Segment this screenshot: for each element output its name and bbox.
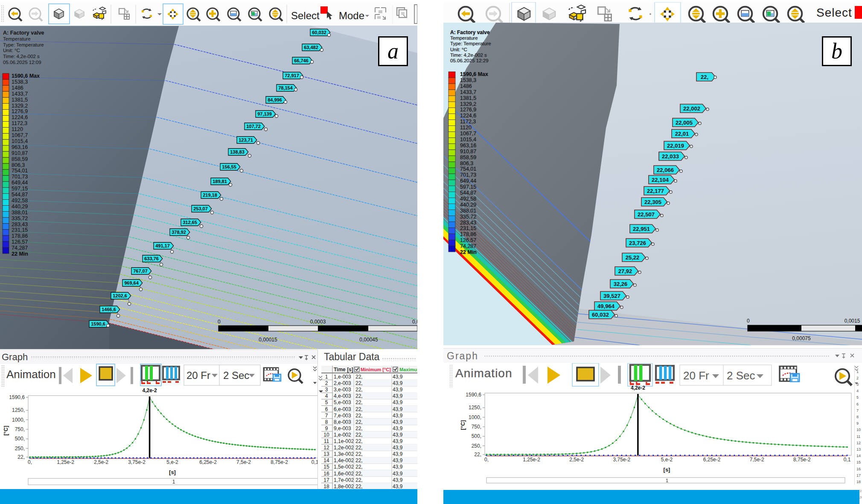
svg-text:39,527: 39,527 — [603, 293, 620, 299]
svg-text:750,: 750, — [472, 424, 481, 430]
svg-text:[s]: [s] — [664, 466, 670, 473]
svg-text:910,87: 910,87 — [460, 149, 476, 154]
svg-text:1433,7: 1433,7 — [460, 89, 476, 95]
svg-text:22,033: 22,033 — [662, 153, 679, 160]
svg-text:[°C]: [°C] — [460, 420, 466, 430]
svg-text:43,9: 43,9 — [393, 432, 403, 438]
svg-text:1276,9: 1276,9 — [460, 107, 476, 113]
svg-text:4: 4 — [325, 393, 328, 399]
svg-text:1,3e-002: 1,3e-002 — [334, 451, 354, 457]
svg-text:1,1e-002: 1,1e-002 — [334, 438, 354, 444]
svg-text:3: 3 — [325, 387, 328, 393]
svg-text:597,15: 597,15 — [460, 184, 476, 190]
svg-text:43,9: 43,9 — [393, 425, 403, 431]
svg-text:0,00015: 0,00015 — [259, 337, 277, 343]
svg-text:1015,4: 1015,4 — [460, 137, 476, 143]
svg-text:1486: 1486 — [460, 83, 472, 89]
svg-text:1590,6: 1590,6 — [91, 321, 105, 326]
svg-text:3,e-003: 3,e-003 — [334, 387, 351, 393]
svg-text:1,25e-2: 1,25e-2 — [57, 459, 74, 465]
svg-text:14: 14 — [323, 457, 329, 463]
svg-text:7,5e-2: 7,5e-2 — [750, 457, 764, 463]
svg-text:Mode: Mode — [339, 10, 364, 21]
svg-text:13: 13 — [323, 451, 329, 457]
svg-text:0,: 0, — [28, 459, 32, 465]
svg-text:22,019: 22,019 — [667, 143, 684, 149]
svg-text:22,: 22, — [355, 432, 363, 438]
svg-text:10: 10 — [323, 432, 329, 438]
svg-text:440,29: 440,29 — [460, 202, 476, 208]
svg-text:8,75e-2: 8,75e-2 — [793, 457, 811, 463]
svg-text:335,72: 335,72 — [460, 214, 476, 220]
svg-text:43,9: 43,9 — [393, 464, 403, 470]
svg-text:22,: 22, — [355, 425, 363, 431]
svg-text:22,177: 22,177 — [647, 188, 664, 194]
svg-text:0,0003: 0,0003 — [310, 319, 326, 325]
svg-text:6,e-003: 6,e-003 — [334, 406, 351, 412]
svg-text:6: 6 — [325, 406, 328, 412]
svg-text:7,5e-2: 7,5e-2 — [236, 459, 251, 465]
svg-text:Minimum [°C]: Minimum [°C] — [361, 367, 391, 372]
svg-text:27,92: 27,92 — [618, 268, 632, 274]
svg-text:22,: 22, — [355, 393, 363, 399]
svg-text:23,726: 23,726 — [629, 240, 646, 246]
svg-text:60,032: 60,032 — [592, 312, 609, 318]
svg-text:1,8e-002: 1,8e-002 — [334, 484, 354, 489]
svg-text:544,87: 544,87 — [460, 190, 476, 196]
svg-text:[s]: [s] — [169, 469, 176, 475]
svg-text:0,1: 0,1 — [312, 459, 317, 465]
svg-text:60,032: 60,032 — [312, 30, 326, 35]
svg-text:312,65: 312,65 — [183, 220, 197, 225]
svg-text:6,25e-2: 6,25e-2 — [703, 457, 721, 463]
svg-text:22,002: 22,002 — [683, 105, 700, 112]
svg-text:22,951: 22,951 — [633, 226, 650, 232]
svg-text:1: 1 — [172, 479, 175, 485]
svg-text:126,57: 126,57 — [460, 237, 476, 243]
svg-text:1250,: 1250, — [12, 407, 25, 413]
svg-text:7: 7 — [325, 413, 328, 419]
svg-text:491,17: 491,17 — [155, 243, 170, 248]
svg-text:22,: 22, — [355, 445, 363, 451]
svg-text:1: 1 — [666, 478, 668, 483]
svg-text:8,e-003: 8,e-003 — [334, 419, 351, 425]
svg-text:12: 12 — [323, 445, 329, 451]
svg-text:22,: 22, — [355, 374, 363, 380]
svg-text:107,72: 107,72 — [246, 124, 261, 129]
svg-text:0,: 0, — [484, 457, 489, 463]
svg-text:22,: 22, — [355, 399, 363, 405]
svg-text:6,25e-2: 6,25e-2 — [199, 459, 217, 465]
svg-text:754,01: 754,01 — [460, 166, 476, 172]
svg-text:231,15: 231,15 — [460, 225, 476, 231]
svg-text:283,43: 283,43 — [460, 220, 476, 226]
svg-text:Select: Select — [816, 6, 852, 19]
svg-text:156,55: 156,55 — [222, 164, 236, 169]
svg-text:1329,2: 1329,2 — [460, 101, 476, 107]
svg-text:43,9: 43,9 — [393, 387, 403, 393]
svg-text:74,287: 74,287 — [460, 243, 476, 249]
svg-text:1202,6: 1202,6 — [113, 293, 127, 298]
svg-text:701,73: 701,73 — [460, 172, 476, 178]
svg-text:189,81: 189,81 — [213, 179, 227, 184]
svg-text:250,: 250, — [15, 446, 25, 452]
svg-text:2,e-003: 2,e-003 — [334, 380, 351, 386]
svg-text:1590,6: 1590,6 — [466, 392, 481, 398]
svg-text:123,71: 123,71 — [239, 137, 253, 143]
svg-text:4,e-003: 4,e-003 — [334, 393, 351, 399]
svg-text:Select: Select — [291, 10, 320, 21]
svg-text:4,2e-2: 4,2e-2 — [143, 387, 157, 393]
svg-text:18: 18 — [323, 484, 329, 489]
svg-text:22,104: 22,104 — [652, 177, 669, 183]
svg-text:1000,: 1000, — [469, 414, 481, 420]
svg-text:178,86: 178,86 — [460, 231, 476, 237]
svg-text:4,2e-2: 4,2e-2 — [631, 385, 645, 391]
svg-text:22,: 22, — [474, 452, 481, 457]
svg-text:649,44: 649,44 — [460, 178, 476, 184]
svg-text:1224,6: 1224,6 — [460, 113, 476, 119]
svg-text:43,9: 43,9 — [393, 438, 403, 444]
svg-text:1120: 1120 — [460, 125, 472, 131]
svg-text:0,0015: 0,0015 — [845, 318, 860, 324]
svg-text:22,: 22, — [355, 477, 363, 483]
svg-text:750,: 750, — [15, 426, 25, 432]
svg-text:43,9: 43,9 — [393, 477, 403, 483]
svg-text:0: 0 — [747, 318, 750, 324]
